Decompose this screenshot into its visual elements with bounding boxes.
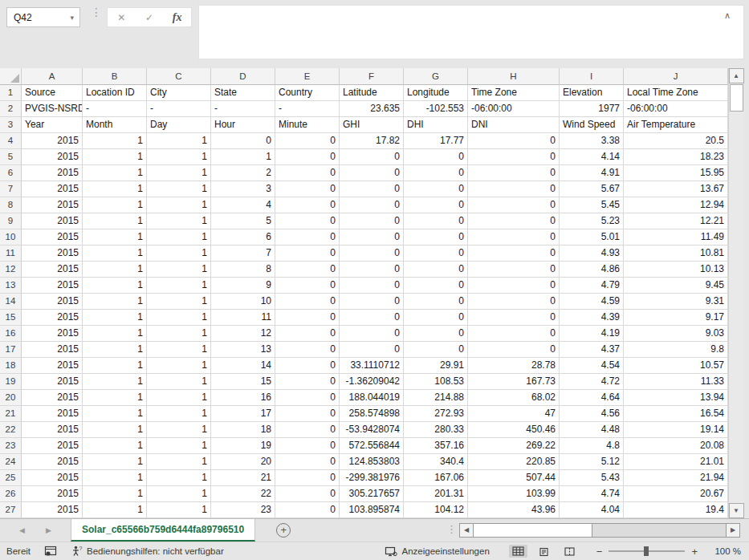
cell[interactable]: 11.49 xyxy=(624,229,728,246)
cell[interactable]: 0 xyxy=(275,438,340,454)
column-header-C[interactable]: C xyxy=(147,68,211,85)
cell[interactable]: 1 xyxy=(147,486,211,502)
row-header-16[interactable]: 16 xyxy=(0,326,22,342)
cell[interactable]: 9.17 xyxy=(624,310,728,326)
cell[interactable]: 1 xyxy=(147,197,211,213)
cell[interactable]: 0 xyxy=(340,310,404,326)
cell[interactable]: 28.78 xyxy=(468,358,560,374)
cell[interactable]: 0 xyxy=(468,229,560,246)
cell[interactable]: 0 xyxy=(404,262,468,278)
cell[interactable]: 1 xyxy=(83,310,147,326)
cell[interactable]: 21.94 xyxy=(624,470,728,486)
cell[interactable]: 15 xyxy=(211,374,275,390)
zoom-level-label[interactable]: 100 % xyxy=(710,546,741,556)
cell[interactable]: State xyxy=(211,85,275,101)
cell[interactable]: 305.217657 xyxy=(340,486,404,502)
cell[interactable]: 2015 xyxy=(22,197,83,213)
cell[interactable]: 0 xyxy=(275,358,340,374)
cell[interactable]: 20 xyxy=(211,454,275,470)
cell[interactable]: 167.06 xyxy=(404,470,468,486)
macro-record-icon[interactable] xyxy=(44,546,57,557)
cell[interactable]: 0 xyxy=(404,310,468,326)
cell[interactable]: 4.91 xyxy=(560,165,624,181)
cell[interactable]: - xyxy=(275,101,340,117)
cell[interactable]: 0 xyxy=(468,165,560,181)
cell[interactable]: 0 xyxy=(275,246,340,262)
cell[interactable]: 43.96 xyxy=(468,502,560,518)
cell[interactable]: 4.56 xyxy=(560,406,624,422)
formula-bar-input[interactable]: ∧ xyxy=(198,5,744,59)
cell[interactable]: 124.853803 xyxy=(340,454,404,470)
cell[interactable]: 2015 xyxy=(22,229,83,246)
collapse-formula-bar-icon[interactable]: ∧ xyxy=(724,10,731,21)
cell[interactable]: 0 xyxy=(340,246,404,262)
cell[interactable]: 23.635 xyxy=(340,101,404,117)
cell[interactable]: 2015 xyxy=(22,342,83,358)
cell[interactable]: 1 xyxy=(147,326,211,342)
cell[interactable]: 17.77 xyxy=(404,133,468,149)
cell[interactable]: 1 xyxy=(211,149,275,165)
accessibility-status[interactable]: ? Bedienungshilfen: nicht verfügbar xyxy=(71,546,224,557)
cell[interactable]: 2015 xyxy=(22,406,83,422)
cell[interactable]: 22 xyxy=(211,486,275,502)
cell[interactable]: 4.64 xyxy=(560,390,624,406)
cell[interactable]: 2015 xyxy=(22,149,83,165)
cell[interactable]: 4.59 xyxy=(560,294,624,310)
cell[interactable]: 1 xyxy=(147,246,211,262)
column-header-D[interactable]: D xyxy=(211,68,275,85)
cell[interactable]: 7 xyxy=(211,246,275,262)
cell[interactable]: 20.08 xyxy=(624,438,728,454)
column-header-I[interactable]: I xyxy=(560,68,624,85)
cell[interactable]: 9.45 xyxy=(624,278,728,294)
cell[interactable]: 220.85 xyxy=(468,454,560,470)
cell[interactable]: 103.99 xyxy=(468,486,560,502)
cell[interactable]: 1 xyxy=(83,374,147,390)
cell[interactable]: 0 xyxy=(275,326,340,342)
cell[interactable]: 10.13 xyxy=(624,262,728,278)
cell[interactable]: 4.19 xyxy=(560,326,624,342)
cell[interactable]: 11.33 xyxy=(624,374,728,390)
cell[interactable]: Minute xyxy=(275,117,340,133)
page-break-view-button[interactable] xyxy=(560,545,579,558)
cell[interactable]: 2015 xyxy=(22,278,83,294)
cell[interactable]: 4.48 xyxy=(560,422,624,438)
cell[interactable]: 5.67 xyxy=(560,181,624,197)
cell[interactable]: 1 xyxy=(83,294,147,310)
sheet-tab-active[interactable]: Solar_c65566b759d6444fa89796510 xyxy=(71,519,255,542)
cell[interactable]: -102.553 xyxy=(404,101,468,117)
cell[interactable]: 9 xyxy=(211,278,275,294)
cell[interactable]: 5.12 xyxy=(560,454,624,470)
cell[interactable]: 0 xyxy=(468,149,560,165)
cell[interactable]: 21.01 xyxy=(624,454,728,470)
cell[interactable]: 12 xyxy=(211,326,275,342)
cell[interactable]: 16.54 xyxy=(624,406,728,422)
zoom-slider[interactable] xyxy=(609,550,685,552)
cell[interactable]: 1 xyxy=(147,502,211,518)
tab-splitter-icon[interactable]: ⋮ xyxy=(446,523,457,535)
row-header-20[interactable]: 20 xyxy=(0,390,22,406)
cell[interactable]: 4.79 xyxy=(560,278,624,294)
cell[interactable]: 1 xyxy=(147,406,211,422)
cell[interactable]: 4.93 xyxy=(560,246,624,262)
cell[interactable]: 340.4 xyxy=(404,454,468,470)
row-header-8[interactable]: 8 xyxy=(0,197,22,213)
row-header-27[interactable]: 27 xyxy=(0,502,22,518)
cell[interactable]: 1 xyxy=(147,358,211,374)
cell[interactable]: 0 xyxy=(468,342,560,358)
cell[interactable]: 3.38 xyxy=(560,133,624,149)
prev-sheet-icon[interactable]: ◀ xyxy=(19,526,25,534)
name-box[interactable]: Q42 ▾ xyxy=(6,7,80,27)
row-header-15[interactable]: 15 xyxy=(0,310,22,326)
cell[interactable]: 0 xyxy=(275,454,340,470)
cell[interactable]: 0 xyxy=(468,278,560,294)
cell[interactable]: 17 xyxy=(211,406,275,422)
cell[interactable]: 1 xyxy=(83,486,147,502)
cell[interactable]: Longitude xyxy=(404,85,468,101)
cell[interactable]: 5.23 xyxy=(560,213,624,229)
column-header-G[interactable]: G xyxy=(404,68,468,85)
cell[interactable]: 1 xyxy=(83,470,147,486)
cell[interactable]: 9.8 xyxy=(624,342,728,358)
row-header-9[interactable]: 9 xyxy=(0,213,22,229)
cell[interactable]: 450.46 xyxy=(468,422,560,438)
cell[interactable]: 1 xyxy=(147,165,211,181)
